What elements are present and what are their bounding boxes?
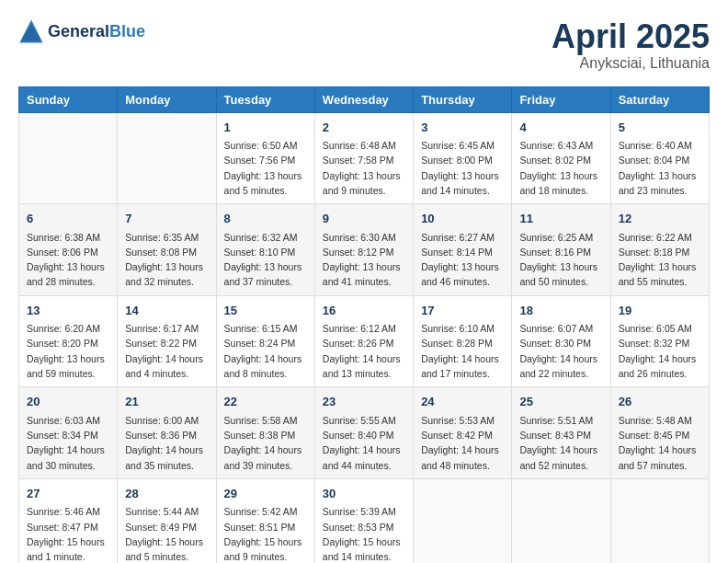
- calendar-cell: [118, 112, 216, 204]
- day-number: 6: [27, 210, 109, 228]
- day-number: 21: [125, 393, 208, 411]
- day-of-week-header: Tuesday: [216, 86, 314, 112]
- day-info: Sunrise: 6:35 AM Sunset: 8:08 PM Dayligh…: [125, 230, 208, 290]
- calendar-cell: 9Sunrise: 6:30 AM Sunset: 8:12 PM Daylig…: [314, 204, 413, 296]
- calendar-cell: 8Sunrise: 6:32 AM Sunset: 8:10 PM Daylig…: [216, 204, 314, 296]
- day-info: Sunrise: 5:46 AM Sunset: 8:47 PM Dayligh…: [27, 504, 109, 563]
- title-area: April 2025 Anyksciai, Lithuania: [552, 18, 710, 72]
- calendar-cell: 29Sunrise: 5:42 AM Sunset: 8:51 PM Dayli…: [216, 478, 314, 563]
- day-number: 29: [224, 485, 307, 503]
- calendar-cell: 25Sunrise: 5:51 AM Sunset: 8:43 PM Dayli…: [512, 387, 610, 479]
- day-number: 5: [619, 119, 701, 137]
- day-info: Sunrise: 6:50 AM Sunset: 7:56 PM Dayligh…: [224, 138, 307, 198]
- day-number: 4: [519, 119, 602, 137]
- day-info: Sunrise: 6:03 AM Sunset: 8:34 PM Dayligh…: [27, 413, 109, 473]
- day-number: 24: [421, 393, 504, 411]
- calendar-cell: 6Sunrise: 6:38 AM Sunset: 8:06 PM Daylig…: [19, 204, 118, 296]
- day-info: Sunrise: 5:58 AM Sunset: 8:38 PM Dayligh…: [224, 413, 307, 473]
- day-number: 25: [519, 393, 602, 411]
- calendar-table: SundayMondayTuesdayWednesdayThursdayFrid…: [18, 86, 710, 563]
- day-number: 27: [27, 485, 109, 503]
- day-info: Sunrise: 5:39 AM Sunset: 8:53 PM Dayligh…: [323, 504, 405, 563]
- calendar-cell: 20Sunrise: 6:03 AM Sunset: 8:34 PM Dayli…: [19, 387, 118, 479]
- day-of-week-header: Sunday: [19, 86, 118, 112]
- calendar-cell: 26Sunrise: 5:48 AM Sunset: 8:45 PM Dayli…: [610, 387, 709, 479]
- calendar-header-row: SundayMondayTuesdayWednesdayThursdayFrid…: [19, 86, 710, 112]
- calendar-cell: 4Sunrise: 6:43 AM Sunset: 8:02 PM Daylig…: [512, 112, 610, 204]
- calendar-cell: 21Sunrise: 6:00 AM Sunset: 8:36 PM Dayli…: [118, 387, 216, 479]
- calendar-cell: [19, 112, 118, 204]
- day-info: Sunrise: 5:51 AM Sunset: 8:43 PM Dayligh…: [519, 413, 602, 473]
- calendar-cell: 27Sunrise: 5:46 AM Sunset: 8:47 PM Dayli…: [19, 478, 118, 563]
- day-number: 16: [323, 302, 405, 320]
- day-number: 18: [519, 302, 602, 320]
- month-title: April 2025: [552, 18, 710, 55]
- day-number: 1: [224, 119, 307, 137]
- calendar-week-row: 20Sunrise: 6:03 AM Sunset: 8:34 PM Dayli…: [19, 387, 710, 479]
- logo-icon: [18, 18, 44, 44]
- day-info: Sunrise: 6:12 AM Sunset: 8:26 PM Dayligh…: [323, 321, 405, 381]
- day-info: Sunrise: 6:05 AM Sunset: 8:32 PM Dayligh…: [619, 321, 701, 381]
- day-info: Sunrise: 6:20 AM Sunset: 8:20 PM Dayligh…: [27, 321, 109, 381]
- calendar-cell: 15Sunrise: 6:15 AM Sunset: 8:24 PM Dayli…: [216, 295, 314, 387]
- svg-marker-1: [22, 24, 41, 41]
- day-of-week-header: Saturday: [610, 86, 709, 112]
- calendar-cell: 17Sunrise: 6:10 AM Sunset: 8:28 PM Dayli…: [414, 295, 512, 387]
- day-info: Sunrise: 6:15 AM Sunset: 8:24 PM Dayligh…: [224, 321, 307, 381]
- calendar-cell: [512, 478, 610, 563]
- calendar-cell: 2Sunrise: 6:48 AM Sunset: 7:58 PM Daylig…: [314, 112, 413, 204]
- day-number: 20: [27, 393, 109, 411]
- page-header: GeneralBlue April 2025 Anyksciai, Lithua…: [18, 18, 710, 72]
- calendar-cell: 16Sunrise: 6:12 AM Sunset: 8:26 PM Dayli…: [314, 295, 413, 387]
- day-number: 14: [125, 302, 208, 320]
- day-number: 23: [323, 393, 405, 411]
- location-subtitle: Anyksciai, Lithuania: [552, 55, 710, 72]
- day-number: 3: [421, 119, 504, 137]
- day-number: 8: [224, 210, 307, 228]
- day-info: Sunrise: 6:30 AM Sunset: 8:12 PM Dayligh…: [323, 230, 405, 290]
- day-of-week-header: Friday: [512, 86, 610, 112]
- calendar-cell: 22Sunrise: 5:58 AM Sunset: 8:38 PM Dayli…: [216, 387, 314, 479]
- day-number: 26: [619, 393, 701, 411]
- day-info: Sunrise: 6:38 AM Sunset: 8:06 PM Dayligh…: [27, 230, 109, 290]
- calendar-cell: [414, 478, 512, 563]
- calendar-cell: 3Sunrise: 6:45 AM Sunset: 8:00 PM Daylig…: [414, 112, 512, 204]
- day-number: 13: [27, 302, 109, 320]
- calendar-cell: 5Sunrise: 6:40 AM Sunset: 8:04 PM Daylig…: [610, 112, 709, 204]
- day-number: 17: [421, 302, 504, 320]
- day-number: 11: [519, 210, 602, 228]
- calendar-cell: 1Sunrise: 6:50 AM Sunset: 7:56 PM Daylig…: [216, 112, 314, 204]
- day-info: Sunrise: 5:42 AM Sunset: 8:51 PM Dayligh…: [224, 504, 307, 563]
- day-of-week-header: Wednesday: [314, 86, 413, 112]
- logo: GeneralBlue: [18, 18, 145, 44]
- calendar-cell: 7Sunrise: 6:35 AM Sunset: 8:08 PM Daylig…: [118, 204, 216, 296]
- day-info: Sunrise: 6:40 AM Sunset: 8:04 PM Dayligh…: [619, 138, 701, 198]
- day-info: Sunrise: 6:22 AM Sunset: 8:18 PM Dayligh…: [619, 230, 701, 290]
- day-number: 28: [125, 485, 208, 503]
- day-number: 22: [224, 393, 307, 411]
- day-info: Sunrise: 6:07 AM Sunset: 8:30 PM Dayligh…: [519, 321, 602, 381]
- day-info: Sunrise: 5:53 AM Sunset: 8:42 PM Dayligh…: [421, 413, 504, 473]
- day-of-week-header: Monday: [118, 86, 216, 112]
- day-info: Sunrise: 6:48 AM Sunset: 7:58 PM Dayligh…: [323, 138, 405, 198]
- calendar-week-row: 6Sunrise: 6:38 AM Sunset: 8:06 PM Daylig…: [19, 204, 710, 296]
- day-number: 15: [224, 302, 307, 320]
- calendar-cell: 23Sunrise: 5:55 AM Sunset: 8:40 PM Dayli…: [314, 387, 413, 479]
- day-info: Sunrise: 6:32 AM Sunset: 8:10 PM Dayligh…: [224, 230, 307, 290]
- calendar-week-row: 27Sunrise: 5:46 AM Sunset: 8:47 PM Dayli…: [19, 478, 710, 563]
- day-number: 30: [323, 485, 405, 503]
- day-number: 12: [619, 210, 701, 228]
- day-info: Sunrise: 6:17 AM Sunset: 8:22 PM Dayligh…: [125, 321, 208, 381]
- day-number: 9: [323, 210, 405, 228]
- calendar-week-row: 1Sunrise: 6:50 AM Sunset: 7:56 PM Daylig…: [19, 112, 710, 204]
- day-number: 2: [323, 119, 405, 137]
- calendar-cell: 30Sunrise: 5:39 AM Sunset: 8:53 PM Dayli…: [314, 478, 413, 563]
- calendar-cell: [610, 478, 709, 563]
- day-number: 7: [125, 210, 208, 228]
- day-of-week-header: Thursday: [414, 86, 512, 112]
- day-info: Sunrise: 5:44 AM Sunset: 8:49 PM Dayligh…: [125, 504, 208, 563]
- calendar-cell: 24Sunrise: 5:53 AM Sunset: 8:42 PM Dayli…: [414, 387, 512, 479]
- day-info: Sunrise: 5:48 AM Sunset: 8:45 PM Dayligh…: [619, 413, 701, 473]
- calendar-cell: 12Sunrise: 6:22 AM Sunset: 8:18 PM Dayli…: [610, 204, 709, 296]
- calendar-cell: 14Sunrise: 6:17 AM Sunset: 8:22 PM Dayli…: [118, 295, 216, 387]
